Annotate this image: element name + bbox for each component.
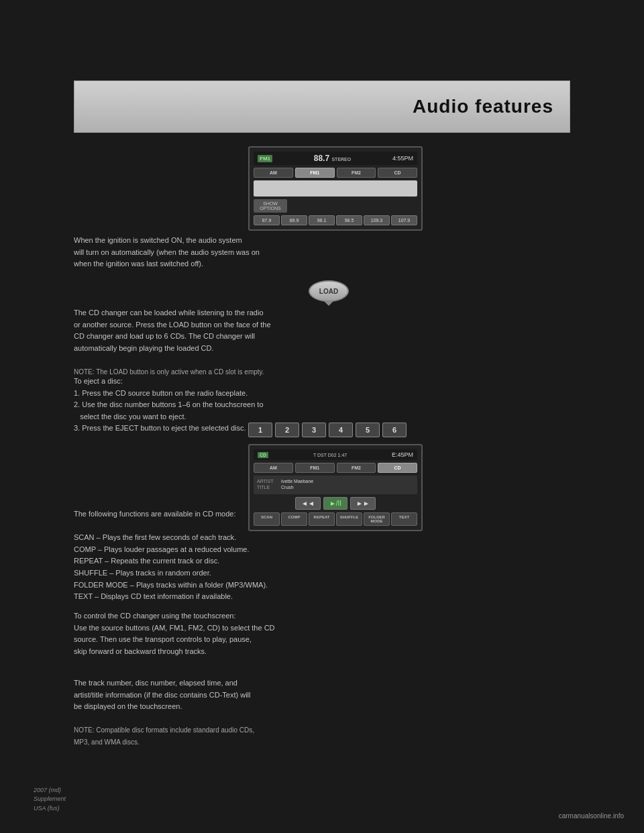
cd-title-label: TITLE <box>257 485 278 490</box>
cd-artist-row: ARTIST Ivette Maebane <box>257 479 414 484</box>
body-text-4: The following functions are available in… <box>74 508 570 603</box>
cd-tab-am[interactable]: AM <box>254 463 293 473</box>
cd-source-label: CD <box>258 452 268 458</box>
body-text-2: The CD changer can be loaded while liste… <box>74 307 570 378</box>
load-button-container: LOAD <box>309 280 349 302</box>
radio-source-buttons: AM FM1 FM2 CD <box>254 168 417 178</box>
cd-artist-value: Ivette Maebane <box>281 479 313 484</box>
radio-time: 4:55PM <box>392 155 413 162</box>
footer-line2: Supplement <box>34 795 66 802</box>
cd-top-bar: CD T DST D02 1:47 E:45PM <box>254 449 417 460</box>
radio-src-cd[interactable]: CD <box>378 168 417 178</box>
radio-show-options-btn[interactable]: SHOWOPTIONS <box>254 199 287 213</box>
page-title: Audio features <box>413 96 553 117</box>
preset-1[interactable]: 87.9 <box>254 215 280 225</box>
preset-3[interactable]: 98.1 <box>309 215 335 225</box>
preset-6[interactable]: 107.9 <box>391 215 417 225</box>
radio-freq-value: 88.7 STEREO <box>314 154 352 163</box>
cd-time: E:45PM <box>392 451 413 458</box>
radio-src-am[interactable]: AM <box>254 168 293 178</box>
watermark: carmanualsonline.info <box>559 812 624 820</box>
footer: 2007 (md) Supplement USA (fus) <box>34 786 66 814</box>
preset-5[interactable]: 109.3 <box>364 215 390 225</box>
radio-src-fm1[interactable]: FM1 <box>295 168 335 178</box>
radio-screen: FM1 88.7 STEREO 4:55PM AM FM1 FM2 CD SHO… <box>248 146 423 231</box>
cd-track-info: T DST D02 1:47 <box>313 453 347 457</box>
footer-line3: USA (fus) <box>34 805 60 812</box>
cd-title-row: TITLE Crush <box>257 485 414 490</box>
body-text-6: The track number, disc number, elapsed t… <box>74 677 570 748</box>
radio-src-fm2[interactable]: FM2 <box>337 168 376 178</box>
load-button[interactable]: LOAD <box>309 280 349 302</box>
header-banner: Audio features <box>74 80 570 133</box>
radio-top-bar: FM1 88.7 STEREO 4:55PM <box>254 152 417 165</box>
watermark-text: carmanualsonline.info <box>559 812 624 820</box>
body-text-5: To control the CD changer using the touc… <box>74 610 570 657</box>
body-text-1: When the ignition is switched ON, the au… <box>74 235 570 270</box>
cd-tab-fm1[interactable]: FM1 <box>295 463 335 473</box>
cd-source-tabs: AM FM1 FM2 CD <box>254 463 417 473</box>
body-text-3: To eject a disc: 1. Press the CD source … <box>74 376 570 435</box>
cd-artist-label: ARTIST <box>257 479 278 484</box>
cd-info-row: T DST D02 1:47 <box>313 453 347 457</box>
cd-tab-fm2[interactable]: FM2 <box>337 463 376 473</box>
cd-tab-cd[interactable]: CD <box>378 463 417 473</box>
cd-title-value: Crush <box>281 485 294 490</box>
radio-presets: 87.9 89.9 98.1 98.5 109.3 107.9 <box>254 215 417 225</box>
preset-4[interactable]: 98.5 <box>336 215 362 225</box>
radio-display-area <box>254 180 417 197</box>
cd-metadata: ARTIST Ivette Maebane TITLE Crush <box>254 476 417 494</box>
radio-freq-label: FM1 <box>258 155 272 162</box>
preset-2[interactable]: 89.9 <box>281 215 307 225</box>
footer-line1: 2007 (md) <box>34 787 61 793</box>
